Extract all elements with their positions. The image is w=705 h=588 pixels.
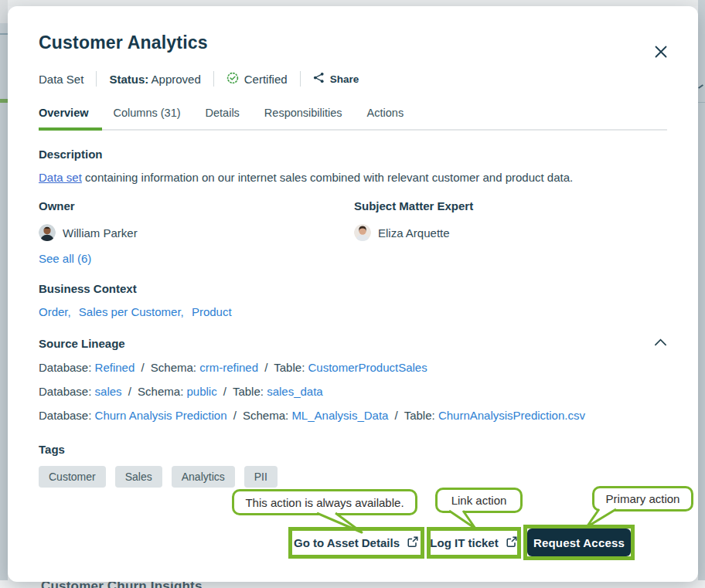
external-link-icon <box>506 535 518 550</box>
description-heading: Description <box>39 148 667 161</box>
source-lineage-header: Source Lineage <box>39 336 667 350</box>
database-label: Database: <box>39 409 91 422</box>
sme-person: Eliza Arquette <box>354 224 473 241</box>
go-to-asset-details-label: Go to Asset Details <box>294 536 400 549</box>
annotation-highlight-log-it-ticket: Log IT ticket <box>427 527 521 559</box>
background-page-top <box>8 0 698 6</box>
share-button[interactable]: Share <box>313 72 359 86</box>
separator: / <box>141 361 144 374</box>
close-icon[interactable] <box>653 44 669 59</box>
certified-label: Certified <box>244 73 288 86</box>
schema-link[interactable]: crm-refined <box>199 361 258 374</box>
database-link[interactable]: Churn Analysis Prediction <box>95 409 227 422</box>
source-lineage-heading: Source Lineage <box>39 337 125 350</box>
separator: / <box>395 409 398 422</box>
active-tab-indicator <box>39 127 102 131</box>
business-context-link-order[interactable]: Order, <box>39 305 71 318</box>
sme-name: Eliza Arquette <box>378 226 450 240</box>
separator: / <box>128 385 131 398</box>
business-context-link-sales-per-customer[interactable]: Sales per Customer, <box>79 305 184 318</box>
lineage-row: Database: Refined / Schema: crm-refined … <box>39 361 667 374</box>
tags-list: Customer Sales Analytics PII <box>39 466 667 488</box>
sme-avatar <box>354 224 371 241</box>
tab-bar: Overview Columns (31) Details Responsibi… <box>39 107 667 129</box>
background-green-dash <box>0 99 8 103</box>
separator: / <box>223 385 226 398</box>
schema-label: Schema: <box>138 385 183 398</box>
table-label: Table: <box>404 409 435 422</box>
table-label: Table: <box>233 385 264 398</box>
owner-heading: Owner <box>39 199 354 212</box>
go-to-asset-details-button[interactable]: Go to Asset Details <box>294 535 419 550</box>
share-label: Share <box>330 73 359 85</box>
share-icon <box>313 72 325 86</box>
lineage-row: Database: Churn Analysis Prediction / Sc… <box>39 409 667 422</box>
chevron-up-icon[interactable] <box>654 336 667 350</box>
divider <box>96 71 97 87</box>
data-set-link[interactable]: Data set <box>39 171 82 184</box>
owner-column: Owner William Parker See all (6) <box>39 199 354 266</box>
tags-heading: Tags <box>39 443 667 456</box>
business-context-links: Order, Sales per Customer, Product <box>39 305 667 318</box>
database-link[interactable]: sales <box>95 385 122 398</box>
schema-link[interactable]: ML_Analysis_Data <box>291 409 388 422</box>
tab-actions[interactable]: Actions <box>367 107 404 129</box>
table-label: Table: <box>274 361 305 374</box>
tag-chip-sales[interactable]: Sales <box>115 466 162 488</box>
tag-chip-analytics[interactable]: Analytics <box>172 466 235 488</box>
certified-badge: Certified <box>226 72 288 87</box>
background-page-left <box>0 0 8 588</box>
table-link[interactable]: CustomerProductSales <box>308 361 427 374</box>
request-access-button[interactable]: Request Access <box>527 529 631 556</box>
log-it-ticket-label: Log IT ticket <box>430 536 498 549</box>
separator: / <box>233 409 237 422</box>
tab-underline-track <box>39 129 667 131</box>
database-link[interactable]: Refined <box>95 361 135 374</box>
see-all-link[interactable]: See all (6) <box>39 252 91 265</box>
schema-label: Schema: <box>243 409 288 422</box>
schema-label: Schema: <box>151 361 196 374</box>
asset-meta-row: Data Set Status: Approved Certified Shar… <box>39 71 667 87</box>
table-link[interactable]: ChurnAnalysisPrediction.csv <box>438 409 585 422</box>
schema-link[interactable]: public <box>186 385 216 398</box>
page-title: Customer Analytics <box>39 32 667 53</box>
divider <box>300 71 301 87</box>
description-text: Data set containing information on our i… <box>39 171 667 184</box>
lineage-row: Database: sales / Schema: public / Table… <box>39 385 667 398</box>
sme-column: Subject Matter Expert Eliza Arquette <box>354 199 473 266</box>
tab-columns[interactable]: Columns (31) <box>114 107 181 129</box>
log-it-ticket-button[interactable]: Log IT ticket <box>430 535 517 550</box>
database-label: Database: <box>39 361 91 374</box>
tab-overview[interactable]: Overview <box>39 107 89 129</box>
owner-name: William Parker <box>63 226 138 240</box>
background-divider-right <box>698 102 705 103</box>
asset-type-label: Data Set <box>39 73 83 86</box>
tab-details[interactable]: Details <box>206 107 240 129</box>
callout-tail <box>577 508 621 529</box>
callout-always-available: This action is always available. <box>232 489 417 515</box>
people-section: Owner William Parker See all (6) Subject… <box>39 199 667 266</box>
database-label: Database: <box>39 385 91 398</box>
callout-tail <box>444 510 482 530</box>
certified-icon <box>226 72 239 87</box>
status-field: Status: Approved <box>109 73 200 86</box>
business-context-heading: Business Context <box>39 282 667 295</box>
separator: / <box>264 361 267 374</box>
external-link-icon <box>407 535 419 550</box>
background-divider <box>0 33 8 35</box>
tab-responsibilities[interactable]: Responsibilities <box>264 107 342 129</box>
owner-person: William Parker <box>39 224 354 241</box>
callout-tail <box>309 512 370 534</box>
sme-heading: Subject Matter Expert <box>354 199 473 212</box>
description-text-body: containing information on our internet s… <box>82 171 573 184</box>
annotation-highlight-request-access: Request Access <box>523 525 635 560</box>
table-link[interactable]: sales_data <box>267 385 323 398</box>
status-value: Approved <box>148 73 201 86</box>
background-page-left-top <box>0 0 8 23</box>
owner-avatar <box>39 224 56 241</box>
tag-chip-pii[interactable]: PII <box>244 466 278 488</box>
status-label: Status: <box>109 73 148 86</box>
asset-detail-modal: Customer Analytics Data Set Status: Appr… <box>8 6 698 582</box>
tag-chip-customer[interactable]: Customer <box>39 466 106 488</box>
business-context-link-product[interactable]: Product <box>192 305 232 318</box>
